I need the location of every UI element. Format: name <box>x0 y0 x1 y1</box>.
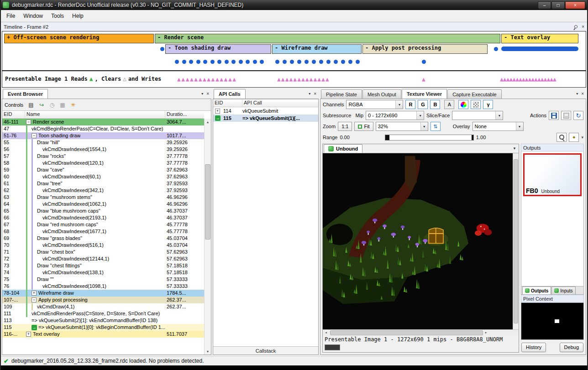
collapse-icon[interactable]: − <box>26 120 31 125</box>
save-texture-button[interactable] <box>549 111 559 120</box>
scrollbar-thumb[interactable] <box>330 330 483 335</box>
event-row[interactable]: 51-76−Toon shading draw1017.7... <box>2 132 204 139</box>
output-fb0-thumbnail[interactable]: FB0 Unbound <box>523 153 582 196</box>
tab-capture-executable[interactable]: Capture Executable <box>447 89 502 99</box>
event-row[interactable]: 46-111−Render scene3064.7... <box>2 119 204 125</box>
timeline-event-dot[interactable] <box>246 60 250 64</box>
timeline-event-dot[interactable] <box>290 60 294 64</box>
minimize-button[interactable]: – <box>538 1 551 9</box>
menu-item-file[interactable]: File <box>2 11 19 21</box>
range-max-handle[interactable] <box>472 135 473 140</box>
tab-inputs[interactable]: Inputs <box>551 287 575 294</box>
expand-icon[interactable]: + <box>26 332 31 337</box>
column-header-name[interactable]: Name <box>25 111 165 118</box>
event-row[interactable]: 68vkCmdDrawIndexed(1677,1)45.77778 <box>2 228 204 235</box>
event-row[interactable]: 73Draw "chest fittings"57.18518 <box>2 262 204 269</box>
zoom-combo[interactable]: 32% ▼ <box>376 122 428 131</box>
range-min-handle[interactable] <box>385 135 389 140</box>
panel-close-icon[interactable]: × <box>314 91 316 96</box>
timeline-marker-bar[interactable]: - Wireframe draw <box>272 44 362 54</box>
texture-hscrollbar[interactable]: ◂ ▸ <box>323 329 519 335</box>
flip-y-button[interactable]: ⇅ <box>430 122 441 131</box>
zoom-1to1-button[interactable]: 1:1 <box>338 122 352 131</box>
event-row[interactable]: 67Draw "red mushroom caps"45.77778 <box>2 221 204 228</box>
event-row[interactable]: 65Draw "blue mushroom caps"46.37037 <box>2 208 204 214</box>
timeline-event-dot[interactable] <box>260 60 264 64</box>
tab-mesh-output[interactable]: Mesh Output <box>362 89 401 99</box>
timeline-event-dot[interactable] <box>348 60 352 64</box>
event-browser-scrollbar[interactable]: ▲ ▼ <box>204 119 211 354</box>
event-row[interactable]: 70vkCmdDrawIndexed(516,1)45.03704 <box>2 242 204 249</box>
event-row[interactable]: 72vkCmdDrawIndexed(12144,1)57.62963 <box>2 255 204 262</box>
timeline-event-dot[interactable] <box>304 60 309 64</box>
overlay-combo[interactable]: None ▼ <box>472 122 524 131</box>
timeline-event-strip[interactable] <box>501 47 578 51</box>
slice-face-combo[interactable]: ▼ <box>452 111 503 120</box>
timeline-event-dot[interactable] <box>189 60 193 64</box>
event-row[interactable]: 115→=> vkQueueSubmit(1)[0]: vkBeginComma… <box>2 324 204 331</box>
event-row[interactable]: 63Draw "mushroom stems"46.96296 <box>2 194 204 201</box>
event-row[interactable]: 59Draw "cave"37.62963 <box>2 167 204 173</box>
timeline-event-dot[interactable] <box>231 60 236 64</box>
timeline-event-dot[interactable] <box>275 60 279 64</box>
event-row[interactable]: 109vkCmdDraw(4,1)262.37... <box>2 303 204 310</box>
timeline-event-dot[interactable] <box>217 60 221 64</box>
close-button[interactable]: × <box>565 1 585 9</box>
timeline-event-dot[interactable] <box>210 60 215 64</box>
api-call-row[interactable]: →115=> vkQueueSubmit(1)[... <box>213 115 318 122</box>
timeline-event-dot[interactable] <box>182 60 186 64</box>
texture-tab-unbound[interactable]: Unbound <box>324 144 362 153</box>
panel-menu-icon[interactable]: ▾ <box>576 92 578 96</box>
timeline-event-dot[interactable] <box>297 60 301 64</box>
event-row[interactable]: 113=> vkQueueSubmit(2)[1]: vkEndCommandB… <box>2 317 204 324</box>
tab-texture-viewer[interactable]: Texture Viewer <box>402 89 447 99</box>
zoom-range-button[interactable] <box>556 133 567 142</box>
export-icon[interactable]: ↪ <box>37 100 46 109</box>
menu-item-help[interactable]: Help <box>68 11 88 21</box>
event-row[interactable]: 55Draw "hill"39.25926 <box>2 139 204 146</box>
event-row[interactable]: 64vkCmdDrawIndexed(1062,1)46.96296 <box>2 201 204 208</box>
timeline-event-dot[interactable] <box>225 60 229 64</box>
timeline-marker-bar[interactable]: - Toon shading draw <box>165 44 271 54</box>
panel-menu-icon[interactable]: ▾ <box>309 92 310 96</box>
event-row[interactable]: 75Draw ""57.33333 <box>2 276 204 283</box>
scroll-right-icon[interactable]: ▸ <box>483 331 489 334</box>
timeline-event-dot[interactable] <box>253 60 257 64</box>
timeline-event-dot[interactable] <box>319 60 323 64</box>
bookmark-icon[interactable]: ✳ <box>68 100 78 109</box>
event-row[interactable]: 47vkCmdBeginRenderPass(C=Clear, D=Clear,… <box>2 125 204 132</box>
column-header-duration[interactable]: Duratio... <box>165 111 204 118</box>
event-row[interactable]: 56vkCmdDrawIndexed(1554,1)39.25926 <box>2 146 204 153</box>
range-slider[interactable] <box>385 135 474 141</box>
pixel-context-view[interactable] <box>521 302 584 340</box>
menu-item-window[interactable]: Window <box>19 11 47 21</box>
timeline-event-dot[interactable] <box>422 60 426 64</box>
checkerboard-button[interactable] <box>471 100 481 109</box>
event-row[interactable]: 74vkCmdDrawIndexed(138,1)57.18518 <box>2 269 204 276</box>
event-row[interactable]: 116-...+Text overlay511.7037 <box>2 331 204 338</box>
timeline-event-dot[interactable] <box>312 60 316 64</box>
color-wheel-button[interactable] <box>458 100 468 109</box>
gamma-button[interactable]: γ <box>483 100 493 109</box>
timeline-marker-bar[interactable]: - Render scene <box>155 34 500 43</box>
menu-item-tools[interactable]: Tools <box>47 11 68 21</box>
event-row[interactable]: 62vkCmdDrawIndexed(342,1)37.92593 <box>2 187 204 194</box>
timeline-event-dot[interactable] <box>203 60 207 64</box>
timeline-event-dot[interactable] <box>494 47 498 51</box>
tab-outputs[interactable]: Outputs <box>522 287 551 294</box>
clock-icon[interactable]: ◷ <box>47 100 57 109</box>
timeline-event-dot[interactable] <box>160 47 164 51</box>
timeline-event-dot[interactable] <box>283 60 287 64</box>
timeline-event-dot[interactable] <box>196 60 200 64</box>
event-row[interactable]: 60vkCmdDrawIndexed(60,1)37.62963 <box>2 173 204 180</box>
autofit-range-button[interactable]: ✦ <box>569 133 579 142</box>
column-header-api-call[interactable]: API Call <box>242 99 318 107</box>
stats-icon[interactable]: ▦ <box>58 100 67 109</box>
zoom-fit-button[interactable]: Fit <box>354 122 373 131</box>
expand-icon[interactable]: + <box>215 109 220 114</box>
event-row[interactable]: 57Draw "rocks"37.77778 <box>2 153 204 160</box>
timeline-event-dot[interactable] <box>175 60 179 64</box>
maximize-button[interactable]: □ <box>551 1 565 9</box>
timeline-marker-bar[interactable]: - Apply post processing <box>362 44 488 54</box>
column-header-eid[interactable]: EID <box>2 111 25 118</box>
